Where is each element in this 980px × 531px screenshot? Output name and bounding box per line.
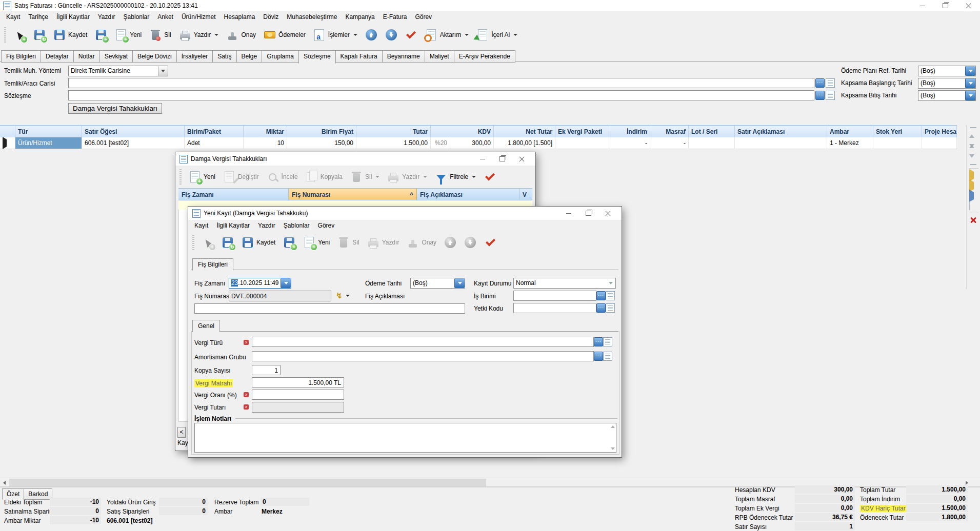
fis-aciklamasi-input[interactable] (194, 303, 465, 314)
save-button[interactable]: Kaydet (51, 27, 90, 43)
odeme-tarihi-combo[interactable]: (Boş) (410, 278, 465, 289)
next-record-button[interactable] (462, 235, 479, 250)
sozlesme-list-icon[interactable] (826, 91, 835, 100)
confirm-button[interactable] (482, 235, 499, 250)
scrollbar-thumb[interactable] (9, 479, 486, 486)
cell-miktar[interactable]: 10 (244, 137, 287, 149)
tab-kapali-fatura[interactable]: Kapalı Fatura (335, 50, 383, 63)
delete-button[interactable]: Sil (335, 235, 362, 250)
cell-kdv-orani[interactable]: %20 (431, 137, 450, 149)
cell-birim-fiyat[interactable]: 150,00 (287, 137, 356, 149)
close-button[interactable] (512, 153, 531, 165)
cell-ek-vergi[interactable] (555, 137, 609, 149)
minimize-button[interactable] (559, 207, 578, 219)
cell-proje[interactable] (922, 137, 957, 149)
previous-record-button[interactable] (363, 27, 380, 43)
menu-sablonlar[interactable]: Şablonlar (279, 220, 314, 231)
import-button[interactable]: İçeri Al (474, 27, 520, 43)
add-detail-line-button[interactable] (969, 192, 977, 199)
grid-header-ambar[interactable]: Ambar (827, 125, 873, 138)
tab-ozet[interactable]: Özet (2, 488, 24, 500)
menu-efatura[interactable]: E-Fatura (379, 12, 411, 22)
kapsama-baslangic-combo[interactable]: (Boş) (918, 78, 976, 89)
restore-button[interactable] (934, 0, 957, 11)
scroll-up-icon[interactable] (611, 425, 615, 428)
confirm-button[interactable] (403, 27, 420, 43)
grid-data-row[interactable]: Ürün/Hizmet 606.001 [test02] Adet 10 150… (0, 137, 966, 149)
list-confirm-button[interactable] (481, 169, 498, 185)
save-refresh-button[interactable] (219, 235, 236, 250)
menu-yazdir[interactable]: Yazdır (254, 220, 279, 231)
grid-header-birim-fiyat[interactable]: Birim Fiyat (287, 125, 356, 138)
tab-fis-bilgileri[interactable]: Fiş Bilgileri (1, 50, 41, 63)
grid-header-kdv[interactable]: KDV (431, 125, 494, 138)
menu-kayit[interactable]: Kayıt (190, 220, 212, 231)
temlik-yontemi-combo[interactable]: Direkt Temlik Carisine (68, 66, 168, 76)
insert-line-below-button[interactable] (969, 182, 977, 189)
move-top-button[interactable] (969, 127, 977, 134)
temlik-carisi-lookup-icon[interactable] (815, 78, 825, 88)
menu-kampanya[interactable]: Kampanya (341, 12, 378, 22)
export-button[interactable]: Aktarım (423, 27, 471, 43)
is-birimi-input[interactable] (513, 291, 596, 301)
save-new-button[interactable] (92, 27, 110, 43)
damga-vergisi-button[interactable]: Damga Vergisi Tahakkukları (68, 103, 162, 114)
move-bottom-button[interactable] (969, 158, 977, 165)
list-filter-button[interactable]: Filtrele (432, 169, 478, 185)
grid-header-ek-vergi[interactable]: Ek Vergi Paketi (555, 125, 609, 138)
amortisman-grubu-input[interactable] (252, 351, 594, 361)
tab-notlar[interactable]: Notlar (73, 50, 100, 63)
grid-header-stok-yeri[interactable]: Stok Yeri (873, 125, 922, 138)
number-template-caret-icon[interactable] (346, 295, 350, 297)
tab-maliyet[interactable]: Maliyet (425, 50, 454, 63)
scroll-left-button[interactable] (0, 479, 9, 486)
sozlesme-lookup-icon[interactable] (815, 91, 825, 100)
menu-sablonlar[interactable]: Şablonlar (119, 12, 154, 22)
temlik-carisi-list-icon[interactable] (826, 78, 835, 88)
menu-doviz[interactable]: Döviz (259, 12, 283, 22)
approve-button[interactable]: Onay (224, 27, 258, 43)
vergi-turu-input[interactable] (252, 337, 594, 347)
menu-muhasebelestirme[interactable]: Muhasebeleştirme (283, 12, 341, 22)
menu-ilgili-kayitlar[interactable]: İlgili Kayıtlar (52, 12, 94, 22)
temlik-yontemi-dropdown[interactable] (158, 66, 168, 76)
menu-anket[interactable]: Anket (153, 12, 177, 22)
vergi-turu-lookup-icon[interactable] (594, 337, 603, 346)
close-button[interactable] (957, 0, 980, 11)
cell-masraf[interactable]: - (650, 137, 689, 149)
menu-hesaplama[interactable]: Hesaplama (220, 12, 259, 22)
cell-lot-seri[interactable] (689, 137, 735, 149)
vergi-orani-input[interactable] (252, 390, 344, 400)
cell-kdv[interactable]: 300,00 (450, 137, 494, 149)
sozlesme-input[interactable] (68, 90, 814, 100)
move-up-button[interactable] (969, 137, 977, 145)
yetki-kodu-input[interactable] (513, 303, 596, 313)
odeme-tarihi-dropdown[interactable] (454, 278, 465, 288)
move-down-button[interactable] (969, 148, 977, 155)
cell-tutar[interactable]: 1.500,00 (356, 137, 431, 149)
list-view-button[interactable]: İncele (264, 169, 301, 185)
kapsama-baslangic-dropdown[interactable] (965, 78, 975, 88)
operations-button[interactable]: İşlemler (311, 27, 360, 43)
cell-birim-paket[interactable]: Adet (185, 137, 244, 149)
fis-zamani-dropdown[interactable] (281, 278, 291, 288)
menu-gorev[interactable]: Görev (411, 12, 436, 22)
payments-button[interactable]: Ödemeler (261, 27, 308, 43)
next-record-button[interactable] (383, 27, 400, 43)
kapsama-bitis-combo[interactable]: (Boş) (918, 90, 976, 101)
list-new-button[interactable]: Yeni (186, 169, 218, 185)
maximize-button[interactable] (492, 153, 512, 165)
kapsama-bitis-dropdown[interactable] (965, 91, 975, 100)
temlik-carisi-input[interactable] (68, 78, 814, 88)
grid-header-indirim[interactable]: İndirim (609, 125, 650, 138)
tab-irsaliyeler[interactable]: İrsaliyeler (176, 50, 213, 63)
insert-line-button[interactable] (969, 172, 977, 179)
cell-net-tutar[interactable]: 1.800,00 [1.500] (494, 137, 555, 149)
previous-record-button[interactable] (442, 235, 459, 250)
is-birimi-lookup-icon[interactable] (596, 291, 606, 300)
number-template-icon[interactable]: ↯ (336, 291, 343, 300)
tab-barkod[interactable]: Barkod (24, 488, 52, 500)
cell-tur[interactable]: Ürün/Hizmet (15, 137, 82, 149)
row-selector-cell[interactable] (0, 137, 15, 149)
amortisman-list-icon[interactable] (603, 352, 612, 361)
